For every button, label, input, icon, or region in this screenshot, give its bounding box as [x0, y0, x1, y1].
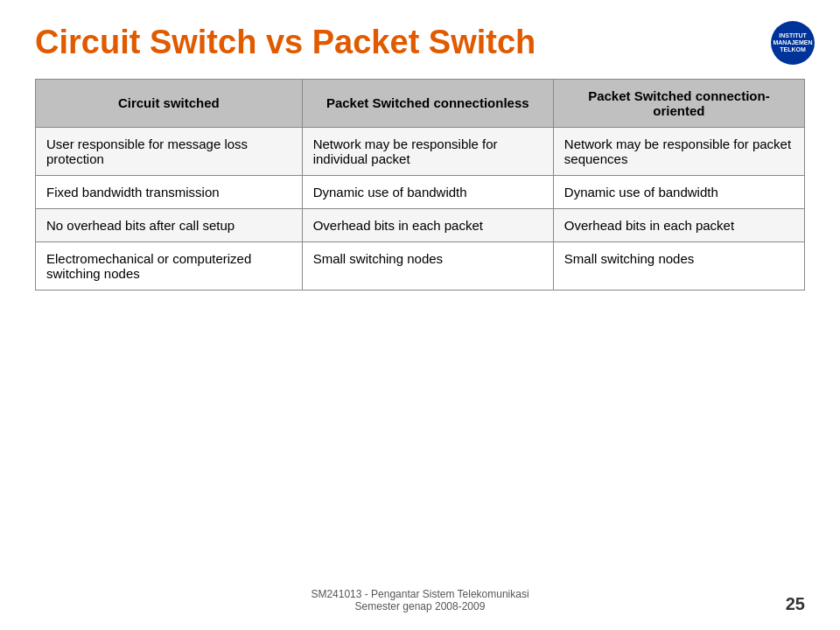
page-title: Circuit Switch vs Packet Switch [0, 0, 840, 70]
table-cell-3-1: Small switching nodes [302, 242, 553, 290]
table-header-row: Circuit switched Packet Switched connect… [36, 79, 805, 127]
table-cell-1-2: Dynamic use of bandwidth [553, 175, 804, 208]
col-header-connectionless: Packet Switched connectionless [302, 79, 553, 127]
table-cell-2-0: No overhead bits after call setup [36, 208, 303, 242]
comparison-table: Circuit switched Packet Switched connect… [35, 79, 805, 290]
table-cell-1-1: Dynamic use of bandwidth [302, 175, 553, 208]
table-row: User responsible for message loss protec… [36, 127, 805, 175]
table-cell-0-1: Network may be responsible for individua… [302, 127, 553, 175]
table-row: Electromechanical or computerized switch… [36, 242, 805, 290]
table-cell-0-0: User responsible for message loss protec… [36, 127, 303, 175]
logo-area: INSTITUTMANAJEMENTELKOM [758, 12, 828, 74]
telkom-logo: INSTITUTMANAJEMENTELKOM [771, 21, 815, 65]
page-number: 25 [786, 594, 805, 614]
footer-text: SM241013 - Pengantar Sistem Telekomunika… [311, 588, 528, 612]
table-cell-3-0: Electromechanical or computerized switch… [36, 242, 303, 290]
comparison-table-container: Circuit switched Packet Switched connect… [35, 79, 805, 290]
table-cell-3-2: Small switching nodes [553, 242, 804, 290]
col-header-connection-oriented: Packet Switched connection-oriented [553, 79, 804, 127]
table-row: No overhead bits after call setupOverhea… [36, 208, 805, 242]
table-cell-0-2: Network may be responsible for packet se… [553, 127, 804, 175]
col-header-circuit: Circuit switched [36, 79, 303, 127]
table-cell-2-2: Overhead bits in each packet [553, 208, 804, 242]
footer: SM241013 - Pengantar Sistem Telekomunika… [0, 588, 840, 612]
table-cell-2-1: Overhead bits in each packet [302, 208, 553, 242]
table-row: Fixed bandwidth transmissionDynamic use … [36, 175, 805, 208]
table-cell-1-0: Fixed bandwidth transmission [36, 175, 303, 208]
